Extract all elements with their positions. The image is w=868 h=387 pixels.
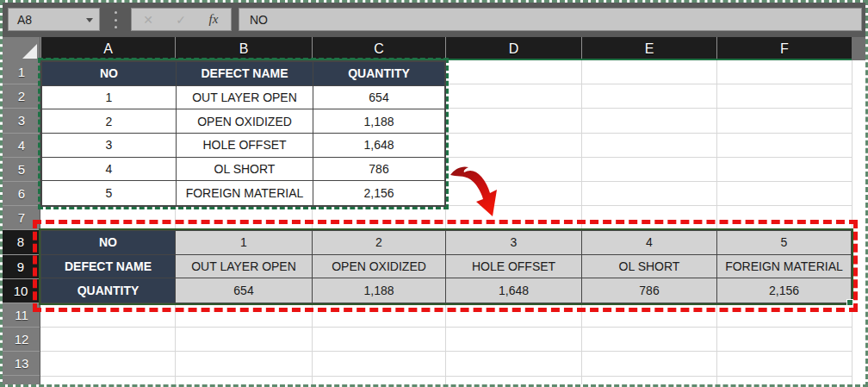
column-header-c[interactable]: C [312,37,445,60]
transposed-cell[interactable]: 1,648 [446,278,582,303]
row-header-10[interactable]: 10 [3,279,40,303]
formula-bar-value: NO [239,13,268,27]
column-header-a[interactable]: A [40,37,175,60]
select-all-triangle-icon [22,44,37,59]
source-cell[interactable]: 5 [42,181,177,205]
gridline [581,60,582,384]
source-cell[interactable]: 654 [313,86,444,110]
transposed-cell[interactable]: FOREIGN MATERIAL [717,255,851,279]
source-cell[interactable]: 4 [42,158,177,182]
fill-handle[interactable] [846,299,853,306]
formula-toolbar: A8 ✕ ✓ fx NO [3,3,865,37]
transposed-cell[interactable]: 1,188 [313,278,446,303]
transposed-cell[interactable]: OPEN OXIDIZED [313,255,446,279]
column-header-e[interactable]: E [581,37,716,60]
transposed-cell[interactable]: 786 [582,278,717,303]
transposed-cell[interactable]: 2,156 [717,278,851,303]
transposed-header-cell[interactable]: NO [41,231,176,255]
source-cell[interactable]: OL SHORT [177,158,313,182]
source-header-cell[interactable]: DEFECT NAME [177,62,313,86]
source-cell[interactable]: 2 [42,109,177,134]
row-header-14[interactable]: 14 [3,376,40,384]
select-all-button[interactable] [3,37,40,60]
row-header-12[interactable]: 12 [3,328,40,352]
row-header-strip: 1 2 3 4 5 6 7 8 9 10 11 12 13 14 [3,60,40,384]
enter-icon[interactable]: ✓ [164,13,197,27]
source-table: NO DEFECT NAME QUANTITY 1 OUT LAYER OPEN… [40,60,446,207]
toolbar-separator-dots [115,11,118,28]
source-cell[interactable]: HOLE OFFSET [177,134,313,158]
transposed-header-cell[interactable]: QUANTITY [41,278,176,303]
column-header-strip: A B C D E F [3,37,865,60]
source-cell[interactable]: OPEN OXIDIZED [177,109,313,134]
source-cell[interactable]: 1,648 [313,134,444,158]
row-header-8[interactable]: 8 [3,230,40,254]
name-box-value: A8 [9,13,32,27]
row-header-11[interactable]: 11 [3,303,40,328]
name-box-dropdown-icon[interactable] [86,18,93,22]
transposed-cell[interactable]: 2 [313,231,446,255]
row-header-4[interactable]: 4 [3,134,40,158]
column-header-d[interactable]: D [445,37,581,60]
source-cell[interactable]: 1,188 [313,109,444,134]
insert-function-icon[interactable]: fx [197,12,230,27]
source-header-cell[interactable]: QUANTITY [313,62,444,86]
red-curved-arrow-icon [448,160,503,219]
transposed-cell[interactable]: HOLE OFFSET [446,255,582,279]
column-header-b[interactable]: B [175,37,312,60]
transposed-cell[interactable]: 4 [582,231,717,255]
source-cell[interactable]: 1 [42,86,177,110]
source-cell[interactable]: OUT LAYER OPEN [177,86,313,110]
source-header-cell[interactable]: NO [42,62,177,86]
gridline [852,60,852,384]
name-box[interactable]: A8 [8,8,100,31]
source-cell[interactable]: 3 [42,134,177,158]
transposed-cell[interactable]: 3 [446,231,582,255]
excel-window: A8 ✕ ✓ fx NO A B C D E F 1 2 3 4 5 6 7 8… [0,0,868,387]
transposed-cell[interactable]: OL SHORT [582,255,717,279]
excel-content: A8 ✕ ✓ fx NO A B C D E F 1 2 3 4 5 6 7 8… [3,3,865,384]
transposed-table: NO 1 2 3 4 5 DEFECT NAME OUT LAYER OPEN … [40,230,852,303]
source-cell[interactable]: FOREIGN MATERIAL [177,181,313,205]
source-cell[interactable]: 2,156 [313,181,444,205]
cancel-icon[interactable]: ✕ [132,13,164,27]
source-cell[interactable]: 786 [313,158,444,182]
transposed-header-cell[interactable]: DEFECT NAME [41,255,176,279]
row-header-7[interactable]: 7 [3,206,40,230]
gridline [716,60,717,384]
transposed-cell[interactable]: 1 [176,231,313,255]
formula-bar[interactable]: NO [239,8,862,31]
row-header-5[interactable]: 5 [3,158,40,182]
row-header-1[interactable]: 1 [3,60,40,84]
formula-buttons: ✕ ✓ fx [131,8,232,31]
row-header-6[interactable]: 6 [3,182,40,206]
transposed-cell[interactable]: 654 [176,278,313,303]
column-header-f[interactable]: F [716,37,852,60]
transposed-cell[interactable]: 5 [717,231,851,255]
row-header-2[interactable]: 2 [3,84,40,109]
row-header-13[interactable]: 13 [3,352,40,376]
transposed-cell[interactable]: OUT LAYER OPEN [176,255,313,279]
row-header-3[interactable]: 3 [3,109,40,133]
row-header-9[interactable]: 9 [3,255,40,279]
